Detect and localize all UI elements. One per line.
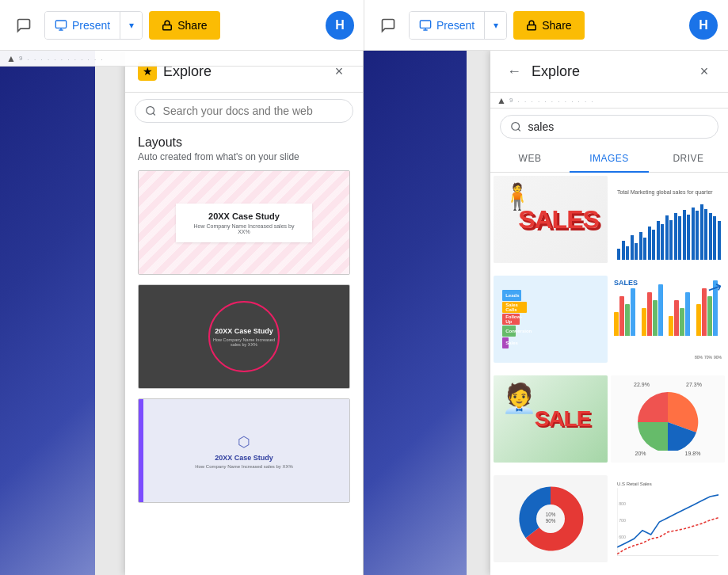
present-button-left[interactable]: Present ▾ [44, 11, 143, 40]
blue-shape-left [0, 51, 95, 575]
funnel-chart: Leads Sales Calls Follow-Up Conversion S [499, 280, 602, 359]
left-toolbar: Present ▾ Share H [0, 0, 364, 50]
left-panel: ▲ 9 . . . . . . . . . . . . ★ Explore × [0, 51, 364, 575]
ruler-left: ▲ 9 . . . . . . . . . . . . [0, 51, 363, 67]
pct-2: 27.3% [686, 382, 702, 387]
comment-icon-left[interactable] [10, 11, 38, 40]
chart2-title: Total Marketing global sales for quarter [614, 188, 722, 196]
image-item-8[interactable]: U.S Retail Sales 800 700 600 [611, 475, 725, 562]
ruler-text-left: 9 . . . . . . . . . . . . [19, 55, 105, 62]
pie-percentages: 22.9% 27.3% [614, 380, 722, 387]
dropdown-icon-left: ▾ [129, 20, 134, 31]
image-item-4[interactable]: SALES ↗ 80% 70% 90% [611, 276, 725, 363]
present-main-left[interactable]: Present [45, 12, 120, 39]
tab-images[interactable]: IMAGES [570, 145, 649, 172]
ruler-right: ▲ 9 . . . . . . . . . . . . [490, 93, 728, 109]
layouts-section: Layouts Auto created from what's on your… [125, 129, 363, 575]
pct-1: 22.9% [634, 382, 650, 387]
image-item-6[interactable]: 22.9% 27.3% [611, 375, 725, 463]
svg-point-10 [512, 123, 520, 131]
svg-rect-7 [528, 25, 536, 29]
collapse-btn-left[interactable]: ▲ [3, 53, 19, 64]
thumb2-circle: 20XX Case Study How Company Name Increas… [208, 301, 280, 372]
funnel-row-conversion: Conversion [502, 326, 535, 337]
right-panel: ← Explore × ▲ 9 . . . . . . . . . . . . [364, 51, 728, 575]
line-chart-title: U.S Retail Sales [617, 482, 718, 486]
funnel-bar-leads: Leads [502, 290, 521, 301]
svg-line-11 [518, 129, 520, 131]
image-item-1[interactable]: 🧍 SALES [494, 176, 608, 263]
svg-rect-0 [55, 21, 66, 28]
collapse-btn-right[interactable]: ▲ [494, 95, 509, 106]
funnel-bar-conversion: Conversion [502, 326, 516, 337]
image-item-7[interactable]: 10% 90% [494, 475, 608, 562]
back-btn-right[interactable]: ← [503, 60, 525, 82]
avatar-right[interactable]: H [689, 11, 718, 40]
thumb3-content: ⬡ 20XX Case Study How Company Name Incre… [189, 427, 299, 475]
thumb3-hex-icon: ⬡ [195, 433, 293, 451]
thumb1-title: 20XX Case Study [189, 211, 300, 221]
explore-panel-right: ← Explore × ▲ 9 . . . . . . . . . . . . [490, 51, 728, 575]
present-label-right: Present [436, 19, 475, 32]
images-grid: 🧍 SALES Total Marketing global sales for… [490, 173, 728, 575]
present-dropdown-right[interactable]: ▾ [484, 12, 506, 39]
comment-icon-right[interactable] [374, 11, 402, 40]
slide-background-right [364, 51, 467, 575]
layout-thumb-2[interactable]: 20XX Case Study How Company Name Increas… [138, 284, 350, 389]
tab-drive[interactable]: DRIVE [649, 145, 728, 172]
image-item-2[interactable]: Total Marketing global sales for quarter [611, 176, 725, 263]
thumb3-left-bar [139, 399, 143, 502]
bar-chart-1 [614, 196, 722, 260]
close-btn-right[interactable]: × [693, 60, 715, 82]
share-button-right[interactable]: Share [513, 11, 584, 40]
image-item-3[interactable]: Leads Sales Calls Follow-Up Conversion S [494, 276, 608, 363]
thumb1-content: 20XX Case Study How Company Name Increas… [176, 204, 313, 242]
thumb2-subtitle: How Company Name Increased sales by XX% [210, 337, 278, 347]
pct-4: 19.8% [685, 451, 701, 456]
main-area: ▲ 9 . . . . . . . . . . . . ★ Explore × [0, 51, 728, 575]
funnel-row-follow-up: Follow-Up [502, 314, 532, 325]
tab-web[interactable]: WEB [490, 145, 570, 172]
funnel-bar-final-sales: Sales [502, 337, 509, 348]
search-box-left[interactable] [135, 99, 353, 123]
layout-thumb-3[interactable]: ⬡ 20XX Case Study How Company Name Incre… [138, 398, 350, 503]
layout-thumb-1[interactable]: 20XX Case Study How Company Name Increas… [138, 170, 350, 275]
funnel-row-leads: Leads [502, 290, 522, 301]
present-main-right[interactable]: Present [410, 12, 484, 39]
search-box-right[interactable] [500, 115, 718, 139]
funnel-bar-sales-calls: Sales Calls [502, 302, 527, 313]
svg-point-8 [147, 107, 154, 115]
line-chart-svg: 800 700 600 [617, 488, 718, 556]
svg-text:10%: 10% [546, 512, 556, 517]
present-button-right[interactable]: Present ▾ [409, 11, 507, 40]
svg-text:600: 600 [619, 535, 626, 539]
share-label-left: Share [177, 19, 207, 32]
funnel-row-final-sales: Sales [502, 337, 521, 348]
pie-percentages-bottom: 20% 19.8% [614, 451, 722, 458]
present-dropdown-left[interactable]: ▾ [120, 12, 142, 39]
sales-arrow-chart: SALES ↗ 80% 70% 90% [611, 276, 725, 363]
svg-text:90%: 90% [546, 518, 556, 524]
line-chart-container: U.S Retail Sales 800 700 600 [614, 478, 722, 559]
search-input-right[interactable] [528, 120, 708, 133]
thumb3-subtitle: How Company Name Increased sales by XX% [195, 464, 293, 469]
pct-3: 20% [635, 451, 646, 456]
search-icon-right [510, 120, 522, 133]
donut-chart-svg: 10% 90% [515, 483, 586, 554]
donut-chart-container: 10% 90% [494, 475, 608, 562]
svg-line-9 [153, 113, 155, 116]
right-toolbar: Present ▾ Share H [364, 0, 727, 50]
avatar-left[interactable]: H [326, 11, 354, 40]
layouts-subtitle: Auto created from what's on your slide [138, 151, 350, 162]
pie-chart-svg [614, 387, 722, 451]
image-item-5[interactable]: 🧑‍💼 SALE [494, 375, 608, 463]
thumb2-title: 20XX Case Study [215, 327, 273, 335]
thumb1-subtitle: How Company Name Increased sales by XX% [189, 223, 300, 234]
explore-panel-left: ★ Explore × Layouts Auto created from wh… [125, 51, 363, 575]
present-label-left: Present [72, 19, 110, 32]
sale-person-bg: 🧑‍💼 SALE [494, 375, 608, 463]
share-button-left[interactable]: Share [149, 11, 219, 40]
search-icon-left [145, 105, 157, 117]
search-input-left[interactable] [163, 105, 343, 117]
thumb1-bg: 20XX Case Study How Company Name Increas… [139, 171, 349, 274]
